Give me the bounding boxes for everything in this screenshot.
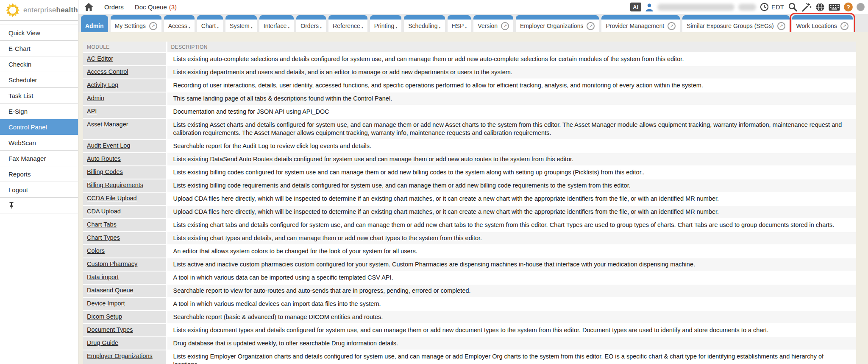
sidebar-item[interactable]: E-Chart [0, 41, 78, 56]
sidebar-item[interactable]: Fax Manager [0, 151, 78, 166]
sidebar-item[interactable]: Reports [0, 166, 78, 182]
module-cell: AC Editor [83, 53, 167, 66]
tab[interactable]: Version ↗ [473, 15, 513, 32]
module-link[interactable]: Audit Event Log [87, 142, 130, 149]
popout-icon[interactable]: ↗ [668, 22, 676, 30]
table-row: Device Import A tool in which various me… [83, 297, 856, 311]
sidebar-item-label: Fax Manager [8, 155, 46, 162]
table-row: API Documentation and testing for JSON A… [83, 105, 856, 118]
timezone-label: EDT [771, 3, 784, 11]
keyboard-icon[interactable] [829, 3, 840, 11]
sidebar-item[interactable]: Scheduler [0, 72, 78, 88]
tab[interactable]: Scheduling ▾ [404, 15, 445, 32]
module-link[interactable]: Activity Log [87, 81, 118, 88]
table-row: Datasend Queue Searchable report to view… [83, 284, 856, 297]
tab-label: Printing [374, 22, 394, 29]
module-link[interactable]: Admin [87, 95, 104, 101]
description-cell: Lists existing Asset charts and details … [167, 118, 856, 140]
popout-icon[interactable]: ↗ [149, 22, 157, 30]
redacted-username [657, 4, 734, 11]
help-icon[interactable]: ? [844, 3, 853, 11]
description-cell: Lists existing billing code requirements… [167, 179, 856, 192]
module-cell: Asset Manager [83, 118, 167, 140]
tab[interactable]: System ▾ [225, 15, 257, 32]
module-link[interactable]: Device Import [87, 300, 125, 307]
table-row: Chart Types Lists existing chart types a… [83, 232, 856, 245]
description-cell: Upload CDA files here directly, which wi… [167, 205, 856, 218]
description-cell: Searchable report for the Audit Log to r… [167, 140, 856, 153]
user-icon[interactable] [645, 3, 654, 11]
module-link[interactable]: Access Control [87, 68, 128, 75]
module-link[interactable]: Billing Requirements [87, 182, 143, 188]
tab[interactable]: Interface ▾ [259, 15, 294, 32]
description-cell: A tool in which various medical devices … [167, 297, 856, 311]
module-link[interactable]: CDA Upload [87, 208, 121, 215]
module-link[interactable]: Chart Tabs [87, 221, 117, 228]
module-link[interactable]: Dicom Setup [87, 313, 122, 320]
tab[interactable]: Printing ▾ [370, 15, 401, 32]
module-link[interactable]: Colors [87, 247, 105, 254]
module-link[interactable]: Drug Guide [87, 339, 118, 346]
module-link[interactable]: Employer Organizations [87, 353, 153, 359]
tab[interactable]: Orders ▾ [296, 15, 326, 32]
top-bar: Orders Doc Queue(3) AI EDT ? [78, 0, 868, 14]
sidebar-item[interactable]: Control Panel [0, 119, 78, 135]
popout-icon[interactable]: ↗ [501, 22, 509, 30]
tab[interactable]: Work Locations ↗ [792, 15, 853, 32]
tab[interactable]: Chart ▾ [197, 15, 223, 32]
sidebar-item[interactable]: Logout [0, 182, 78, 198]
sidebar-item[interactable]: E-Sign [0, 104, 78, 119]
chevron-down-icon: ▾ [320, 25, 322, 32]
ai-badge[interactable]: AI [630, 3, 641, 11]
module-cell: CCDA File Upload [83, 192, 167, 205]
module-link[interactable]: Datasend Queue [87, 287, 134, 294]
topbar-menu-orders[interactable]: Orders [104, 3, 124, 11]
search-icon[interactable] [788, 2, 798, 12]
home-icon[interactable] [84, 3, 93, 11]
tab[interactable]: My Settings ↗ [111, 15, 161, 32]
popout-icon[interactable]: ↗ [587, 22, 595, 30]
sidebar-item[interactable]: Checkin [0, 56, 78, 72]
sidebar-item-label: WebScan [8, 139, 36, 146]
description-cell: Lists existing document types and detail… [167, 324, 856, 337]
clock-icon[interactable] [760, 3, 769, 11]
module-link[interactable]: AC Editor [87, 55, 113, 62]
globe-icon[interactable] [815, 3, 825, 12]
module-link[interactable]: Data import [87, 274, 119, 280]
sidebar-item[interactable]: Quick View [0, 25, 78, 41]
sidebar-item-label: Reports [8, 171, 31, 178]
module-cell: API [83, 105, 167, 118]
popout-icon[interactable]: ↗ [777, 22, 785, 30]
tab[interactable]: Reference ▾ [328, 15, 367, 32]
tab[interactable]: Provider Management ↗ [601, 15, 680, 32]
module-cell: Chart Types [83, 232, 167, 245]
module-link[interactable]: Document Types [87, 326, 133, 333]
module-link[interactable]: Billing Codes [87, 168, 123, 175]
popout-icon[interactable]: ↗ [840, 22, 849, 30]
tab[interactable]: Similar Exposure Groups (SEGs) ↗ [682, 15, 789, 32]
module-cell: Chart Tabs [83, 218, 167, 232]
module-link[interactable]: Chart Types [87, 234, 120, 241]
presence-status-icon[interactable] [857, 3, 865, 11]
module-link[interactable]: Asset Manager [87, 121, 128, 128]
module-link[interactable]: Auto Routes [87, 155, 121, 162]
chevron-down-icon: ▾ [251, 25, 253, 32]
module-cell: Document Types [83, 324, 167, 337]
sidebar-item[interactable]: WebScan [0, 135, 78, 151]
module-link[interactable]: Custom Pharmacy [87, 260, 137, 267]
module-link[interactable]: CCDA File Upload [87, 195, 137, 202]
tab[interactable]: Access ▾ [164, 15, 195, 32]
tab-label: HSP [452, 22, 464, 29]
sidebar-pin-button[interactable] [0, 198, 78, 213]
column-header-module: MODULE [83, 42, 167, 53]
magic-wand-icon[interactable] [801, 3, 812, 12]
topbar-menu-doc-queue[interactable]: Doc Queue(3) [135, 3, 177, 11]
module-cell: Activity Log [83, 79, 167, 92]
tab[interactable]: HSP ▾ [448, 15, 471, 32]
module-link[interactable]: API [87, 108, 97, 115]
table-row: Billing Requirements Lists existing bill… [83, 179, 856, 192]
tab[interactable]: Admin [81, 15, 108, 32]
tab[interactable]: Employer Organizations ↗ [516, 15, 599, 32]
description-cell: Lists active and inactive custom pharmac… [167, 258, 856, 271]
sidebar-item[interactable]: Task List [0, 88, 78, 104]
